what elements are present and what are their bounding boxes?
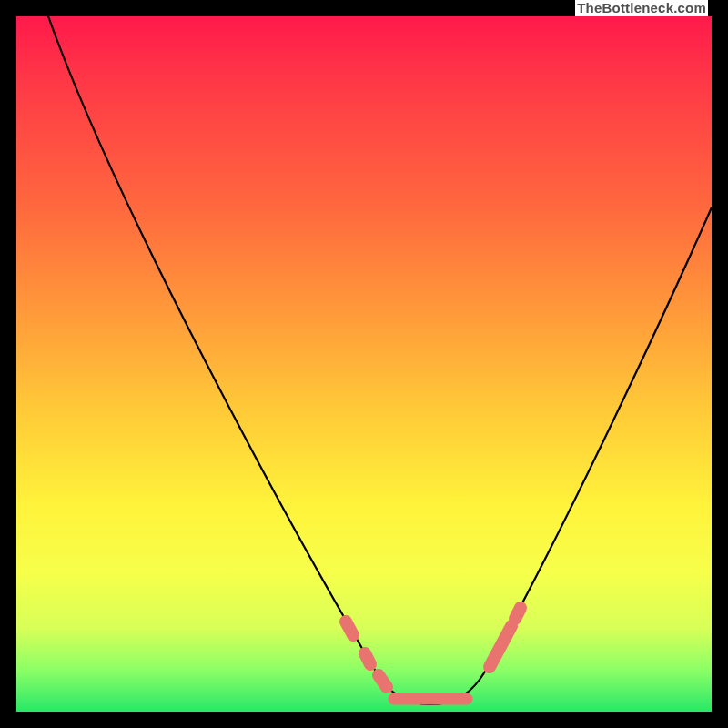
watermark-text: TheBottleneck.com (575, 0, 708, 16)
marker-left-3 (379, 675, 387, 687)
marker-right-1 (490, 626, 511, 667)
curve-main (48, 16, 712, 704)
marker-left-2 (365, 653, 370, 664)
marker-right-2 (515, 608, 521, 619)
marker-left-1 (346, 622, 353, 635)
chart-plot-area (16, 16, 712, 712)
chart-svg (16, 16, 712, 712)
chart-frame: TheBottleneck.com (0, 0, 728, 728)
